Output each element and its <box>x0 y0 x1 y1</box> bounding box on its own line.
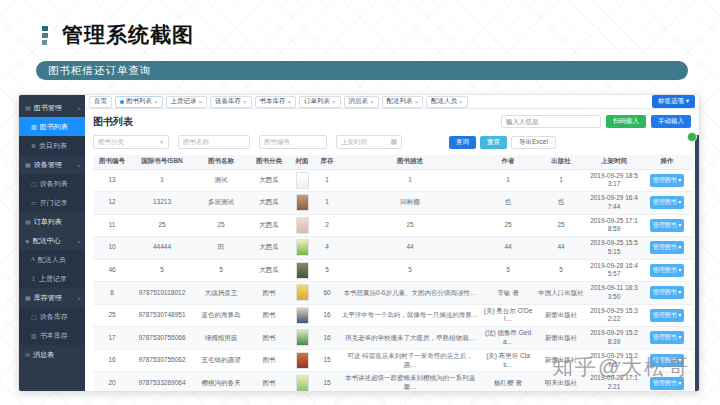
tab-message-list[interactable]: 消息表× <box>344 96 379 108</box>
book-author: 1 <box>481 169 535 192</box>
sidebar-item-book-stock[interactable]: ▥书本库存 <box>19 326 85 345</box>
cover-cell <box>289 214 315 237</box>
export-excel-button[interactable]: 导出Excel <box>511 136 556 149</box>
action-cell: 管理图书 ▾ <box>641 259 693 282</box>
book-name: 多层测试 <box>193 192 249 215</box>
sidebar-item-label: 订单列表 <box>34 217 62 227</box>
column-header: 图书编号 <box>93 155 131 169</box>
close-icon[interactable]: × <box>288 99 292 105</box>
book-name: 测试 <box>193 169 249 192</box>
main-area: 首页图书列表×上货记录×设备库存×书本库存×订单列表×消息表×配送列表×配送人员… <box>85 95 699 391</box>
book-cover-thumbnail <box>296 194 309 211</box>
sidebar-item-order-list[interactable]: ▤订单列表 <box>19 212 85 231</box>
sidebar-item-label: 库存管理 <box>34 293 62 303</box>
shelf-time: 2019-09-11 18:33:50 <box>587 282 641 305</box>
close-icon[interactable]: × <box>199 99 203 105</box>
cover-cell <box>289 237 315 260</box>
category-select[interactable]: 图书分类 ▼ <box>93 135 169 149</box>
page-title: 图书列表 <box>93 115 133 129</box>
book-name: 田 <box>193 237 249 260</box>
book-desc: 可进·特雷嘉店来到村子一家奇怪的店之后，愿… <box>339 349 481 372</box>
calendar-icon: ▦ <box>390 138 397 146</box>
book-desc: 本书讲述超级一群蜜蜂来到樱桃沟的一系列温馨… <box>339 372 481 392</box>
book-cover-thumbnail <box>296 217 309 234</box>
manage-book-button[interactable]: 管理图书 ▾ <box>650 331 685 344</box>
book-author: 25 <box>481 214 535 237</box>
manage-book-button[interactable]: 管理图书 ▾ <box>650 196 685 209</box>
manage-book-button[interactable]: 管理图书 ▾ <box>650 309 685 322</box>
book-stock: 15 <box>315 349 339 372</box>
book-isbn: 9787510118012 <box>131 282 193 305</box>
sidebar-item-device-stock[interactable]: ▢设备库存 <box>19 307 85 326</box>
tab-home[interactable]: 首页 <box>89 96 112 108</box>
tab-options-button[interactable]: 标签选项 ▾ <box>652 95 695 108</box>
manage-book-button[interactable]: 管理图书 ▾ <box>650 241 685 254</box>
vertical-scrollbar[interactable] <box>695 135 699 391</box>
sidebar-item-delivery-group[interactable]: ◈配送中心∨ <box>19 231 85 250</box>
tab-label: 消息表 <box>349 97 369 106</box>
sidebar-item-books-group[interactable]: ▤图书管理∧ <box>19 98 85 117</box>
tab-delivery-list[interactable]: 配送列表× <box>382 96 424 108</box>
category-icon: ≣ <box>31 142 36 149</box>
book-category: 大西瓜 <box>249 259 289 282</box>
tab-order-list[interactable]: 订单列表× <box>299 96 341 108</box>
sidebar-item-door-log[interactable]: ▭开门记录 <box>19 193 85 212</box>
tab-bar: 首页图书列表×上货记录×设备库存×书本库存×订单列表×消息表×配送列表×配送人员… <box>85 95 699 109</box>
action-cell: 管理图书 ▾ <box>641 192 693 215</box>
book-category: 图书 <box>249 372 289 392</box>
cover-cell <box>289 349 315 372</box>
sidebar-item-category-list[interactable]: ≣类目列表 <box>19 136 85 155</box>
close-icon[interactable]: × <box>154 99 158 105</box>
cover-cell <box>289 169 315 192</box>
upload-icon: ⇪ <box>31 275 36 282</box>
tab-label: 首页 <box>94 97 107 106</box>
book-stock: 60 <box>315 282 339 305</box>
sidebar-item-book-list[interactable]: ▥图书列表 <box>19 117 85 136</box>
zhihu-watermark: 知乎@大松哥 <box>552 353 690 381</box>
person-input[interactable] <box>501 115 601 128</box>
table-row: 259787530748951蓝色的海豚岛图书16太平洋中每一个岛屿，就像每一只… <box>93 304 693 327</box>
tab-restock-log[interactable]: 上货记录× <box>166 96 208 108</box>
manage-book-button[interactable]: 管理图书 ▾ <box>650 264 685 277</box>
close-icon[interactable]: × <box>459 99 463 105</box>
tab-device-stock[interactable]: 设备库存× <box>210 96 252 108</box>
close-icon[interactable]: × <box>370 99 374 105</box>
sidebar-item-device-group[interactable]: ▦设备管理∨ <box>19 155 85 174</box>
book-cover-thumbnail <box>296 352 309 369</box>
search-button[interactable]: 查询 <box>449 136 476 149</box>
sidebar-item-label: 配送人员 <box>38 255 66 265</box>
sidebar-item-message-list[interactable]: ✉消息表 <box>19 345 85 364</box>
active-tab-dot-icon <box>120 100 124 104</box>
manage-book-button[interactable]: 管理图书 ▾ <box>650 174 685 187</box>
book-cover-thumbnail <box>296 172 309 189</box>
close-icon[interactable]: × <box>332 99 336 105</box>
column-header: 操作 <box>641 155 693 169</box>
close-icon[interactable]: × <box>415 99 419 105</box>
sidebar-item-device-list[interactable]: ▢设备列表 <box>19 174 85 193</box>
sidebar-item-restock-log[interactable]: ⇪上货记录 <box>19 269 85 288</box>
tab-delivery-staff[interactable]: 配送人员× <box>426 96 468 108</box>
reset-button[interactable]: 重置 <box>480 136 507 149</box>
manual-input-button[interactable]: 手动输入 <box>651 115 691 128</box>
title-bullet-icon <box>42 26 48 45</box>
manage-book-button[interactable]: 管理图书 ▾ <box>650 286 685 299</box>
column-header: 出版社 <box>535 155 587 169</box>
manage-book-button[interactable]: 管理图书 ▾ <box>650 219 685 232</box>
tab-label: 书本库存 <box>260 97 286 106</box>
tab-book-list[interactable]: 图书列表× <box>115 96 163 108</box>
book-code-input[interactable]: 图书编号 <box>259 135 327 149</box>
sidebar-item-stock-group[interactable]: ▦库存管理∨ <box>19 288 85 307</box>
book-name-input[interactable]: 图书名称 <box>178 135 250 149</box>
book-id: 13 <box>93 169 131 192</box>
action-cell: 管理图书 ▾ <box>641 304 693 327</box>
book-category: 图书 <box>249 349 289 372</box>
shelf-time: 2019-09-28 16:45:57 <box>587 259 641 282</box>
sidebar-item-label: 图书管理 <box>34 103 62 113</box>
sidebar-item-delivery-staff[interactable]: ዳ配送人员 <box>19 250 85 269</box>
scan-input-button[interactable]: 扫码输入 <box>606 115 646 128</box>
book-id: 10 <box>93 237 131 260</box>
close-icon[interactable]: × <box>243 99 247 105</box>
shelf-date-picker[interactable]: 上架时间 ▦ <box>336 135 402 149</box>
table-row: 4655大西瓜55552019-09-28 16:45:57管理图书 ▾ <box>93 259 693 282</box>
tab-book-stock[interactable]: 书本库存× <box>255 96 297 108</box>
